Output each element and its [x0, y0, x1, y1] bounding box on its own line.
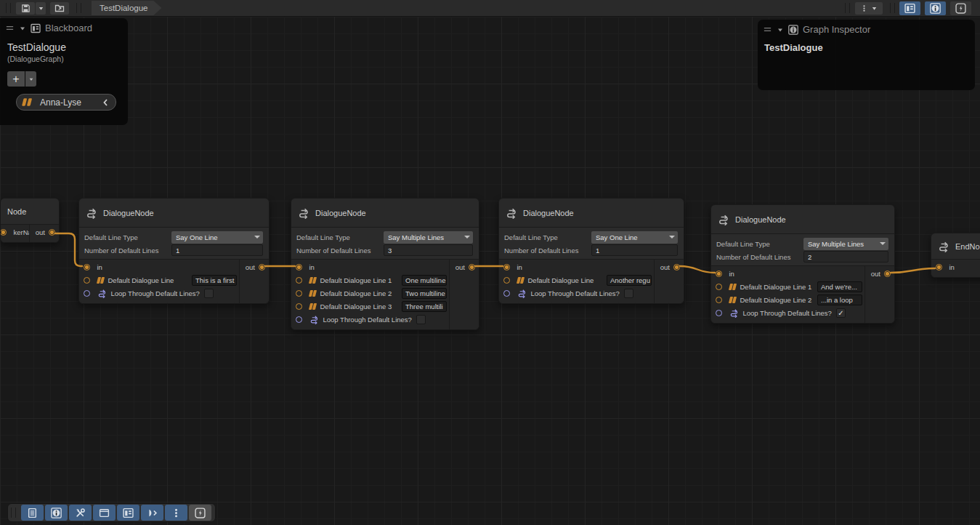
drag-handle-icon[interactable]	[763, 25, 772, 34]
port-connected[interactable]	[296, 264, 302, 270]
loop-icon	[97, 289, 107, 298]
spark-icon	[195, 508, 206, 518]
chevron-down-icon	[669, 236, 675, 239]
options-menu-button[interactable]	[855, 2, 883, 15]
loop-checkbox[interactable]	[416, 315, 426, 324]
toggle-graph-inspector-button[interactable]	[925, 1, 946, 15]
node-properties: Default Line TypeSay One LineNumber of D…	[79, 228, 269, 259]
port-connected[interactable]	[84, 264, 90, 270]
toggle-spark-button[interactable]	[950, 1, 971, 15]
speaker-node-clipped[interactable]: NodekerNameout	[0, 198, 60, 243]
node-flow-icon	[298, 207, 309, 219]
overlay-spark-button[interactable]	[189, 505, 211, 521]
number-field[interactable]: 2	[803, 251, 888, 262]
port-label: Loop Through Default Lines?	[323, 316, 412, 324]
port-connected[interactable]	[884, 270, 891, 277]
node-header[interactable]: Node	[1, 199, 59, 224]
dialogue-line-field[interactable]: Two multiline	[402, 288, 447, 299]
dialogue-node-4[interactable]: DialogueNodeDefault Line TypeSay Multipl…	[710, 204, 895, 324]
port-connected[interactable]	[49, 229, 55, 236]
end-node[interactable]: EndNodein	[931, 233, 980, 278]
dialogue-line-field[interactable]: Three multili	[402, 301, 447, 312]
port-open[interactable]	[84, 290, 90, 297]
toolbar-grip[interactable]	[6, 3, 11, 13]
save-button[interactable]	[16, 2, 35, 15]
blackboard-header[interactable]: Blackboard	[0, 18, 128, 36]
port-open[interactable]	[503, 290, 510, 297]
toggle-blackboard-button[interactable]	[899, 1, 920, 15]
toolbar-grip[interactable]	[11, 508, 16, 518]
blackboard-field-anna-lyse[interactable]: Anna-Lyse	[16, 94, 116, 111]
port-open[interactable]	[716, 297, 722, 303]
overlay-inspector-button[interactable]	[45, 505, 68, 521]
dialogue-node-1[interactable]: DialogueNodeDefault Line TypeSay One Lin…	[78, 198, 270, 304]
overlay-tools-button[interactable]	[69, 505, 92, 521]
node-header[interactable]: DialogueNode	[499, 199, 684, 227]
toolbar-grip[interactable]	[76, 3, 81, 13]
collapse-icon[interactable]	[777, 26, 784, 33]
port-open[interactable]	[716, 310, 722, 316]
port-connected[interactable]	[716, 270, 722, 277]
line-type-dropdown[interactable]: Say Multiple Lines	[384, 231, 473, 244]
add-field-dropdown-button[interactable]	[25, 71, 36, 87]
save-dropdown-button[interactable]	[36, 2, 46, 15]
loop-checkbox[interactable]	[624, 289, 633, 298]
node-header[interactable]: DialogueNode	[711, 205, 894, 233]
blackboard-title: Blackboard	[45, 23, 92, 33]
drag-handle-icon[interactable]	[5, 23, 15, 33]
overlay-document-button[interactable]	[21, 505, 44, 521]
number-field[interactable]: 1	[171, 244, 263, 256]
port-open[interactable]	[296, 277, 302, 284]
overlay-blackboard-button[interactable]	[117, 505, 139, 521]
dialogue-line-field[interactable]: ...in a loop	[817, 294, 862, 305]
quote-icon	[97, 277, 104, 284]
toolbar-grip[interactable]	[890, 3, 895, 13]
dialogue-line-field[interactable]: One multiline	[402, 275, 447, 286]
dialogue-line-field[interactable]: This is a first	[192, 275, 237, 286]
line-type-dropdown[interactable]: Say One Line	[591, 231, 678, 244]
node-header[interactable]: EndNode	[931, 233, 980, 259]
loop-checkbox[interactable]	[204, 289, 214, 298]
node-header[interactable]: DialogueNode	[291, 199, 479, 227]
port-connected[interactable]	[673, 264, 680, 270]
overlay-more-button[interactable]	[165, 505, 187, 521]
chevron-down-icon	[38, 5, 44, 12]
port-label: Loop Through Default Lines?	[531, 289, 620, 297]
port-open[interactable]	[716, 284, 722, 290]
add-field-button[interactable]: +	[7, 71, 25, 87]
port-open[interactable]	[503, 277, 510, 284]
port-connected[interactable]	[936, 264, 942, 270]
overlay-window-button[interactable]	[93, 505, 116, 521]
loop-checkbox[interactable]: ✓	[836, 308, 846, 318]
collapse-icon[interactable]	[19, 25, 26, 32]
dialogue-node-3[interactable]: DialogueNodeDefault Line TypeSay One Lin…	[498, 198, 684, 304]
port-connected[interactable]	[259, 264, 265, 270]
port-label: Loop Through Default Lines?	[743, 309, 832, 317]
line-type-dropdown[interactable]: Say One Line	[171, 231, 263, 244]
blackboard-panel: Blackboard TestDialogue (DialogueGraph) …	[0, 18, 128, 125]
chevron-down-icon	[880, 242, 886, 245]
node-header[interactable]: DialogueNode	[79, 199, 269, 227]
port-open[interactable]	[296, 316, 302, 323]
number-field[interactable]: 1	[591, 244, 678, 256]
tab-testdialogue[interactable]: TestDialogue	[92, 1, 161, 15]
dialogue-line-field[interactable]: Another regu	[607, 275, 652, 286]
dialogue-node-2[interactable]: DialogueNodeDefault Line TypeSay Multipl…	[291, 198, 479, 330]
open-asset-button[interactable]	[50, 2, 69, 15]
graph-inspector-header[interactable]: Graph Inspector	[758, 20, 975, 37]
port-open[interactable]	[84, 277, 90, 284]
port-open[interactable]	[296, 303, 302, 310]
chevron-left-icon[interactable]	[102, 98, 109, 107]
chevron-down-icon	[871, 5, 878, 12]
port-connected[interactable]	[469, 264, 475, 270]
dialogue-line-field[interactable]: And we're...	[817, 281, 862, 292]
port-connected[interactable]	[1, 229, 7, 236]
port-open[interactable]	[296, 290, 302, 297]
line-type-dropdown[interactable]: Say Multiple Lines	[803, 238, 888, 250]
port-connected[interactable]	[503, 264, 510, 270]
number-field[interactable]: 3	[384, 244, 473, 256]
port-label: in	[517, 263, 522, 271]
toolbar-grip[interactable]	[845, 3, 850, 13]
overlay-play-button[interactable]	[141, 505, 163, 521]
property-label: Number of Default Lines	[84, 247, 171, 255]
